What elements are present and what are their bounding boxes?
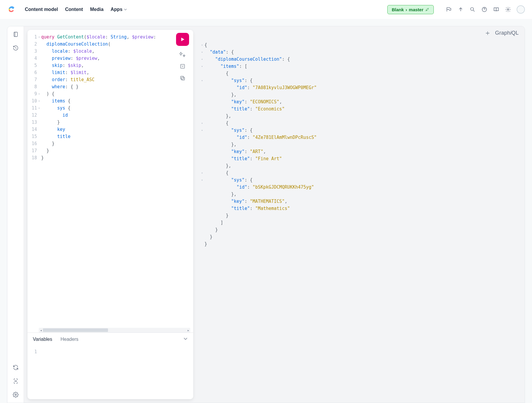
svg-point-2 — [507, 9, 509, 10]
nav-apps-label: Apps — [111, 7, 122, 12]
help-icon[interactable] — [481, 6, 488, 13]
contentful-logo-icon — [7, 5, 15, 14]
nav-media[interactable]: Media — [90, 7, 103, 12]
avatar[interactable] — [517, 5, 525, 14]
env-selector[interactable]: Blank › master — [387, 5, 434, 14]
svg-point-0 — [470, 7, 473, 10]
search-icon[interactable] — [469, 6, 476, 13]
flag-icon[interactable] — [446, 6, 452, 13]
topnav-icons — [446, 5, 525, 14]
rocket-icon — [425, 7, 429, 12]
gear-icon[interactable] — [505, 6, 511, 13]
book-icon[interactable] — [493, 6, 499, 13]
nav-content[interactable]: Content — [65, 7, 83, 12]
env-space: Blank — [392, 7, 404, 12]
nav-content-model[interactable]: Content model — [25, 7, 58, 12]
top-nav: Content model Content Media Apps Blank ›… — [0, 0, 532, 19]
nav-links: Content model Content Media Apps — [25, 7, 127, 12]
upload-icon[interactable] — [457, 6, 464, 13]
nav-apps[interactable]: Apps — [111, 7, 127, 12]
env-name: master — [409, 7, 423, 12]
chevron-right-icon: › — [406, 7, 407, 12]
chevron-down-icon — [124, 8, 127, 11]
